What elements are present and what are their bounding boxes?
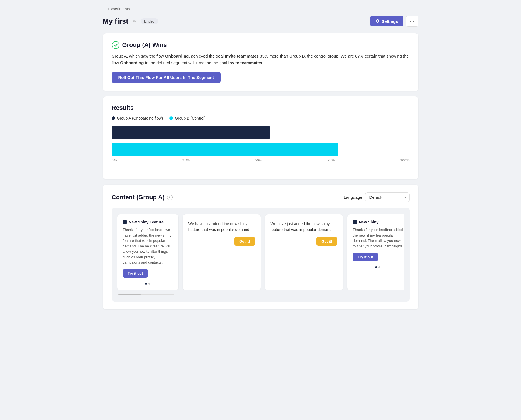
slides-scrollbar[interactable] bbox=[117, 294, 404, 295]
winner-header: Group (A) Wins bbox=[112, 41, 410, 49]
scrollbar-thumb bbox=[118, 294, 141, 295]
slide-4-try-button[interactable]: Try it out bbox=[353, 253, 378, 261]
edit-title-button[interactable]: ✏ bbox=[132, 18, 138, 25]
slide-1-dots bbox=[123, 283, 173, 285]
winner-title: Group (A) Wins bbox=[122, 41, 167, 49]
bar-group-b-row bbox=[112, 143, 410, 156]
x-label-100: 100% bbox=[400, 158, 409, 162]
slide-2-text: We have just added the new shiny feature… bbox=[188, 221, 255, 233]
content-title-label: Content (Group A) bbox=[112, 194, 165, 201]
slides-row: New Shiny Feature Thanks for your feedba… bbox=[117, 214, 404, 290]
x-label-25: 25% bbox=[182, 158, 190, 162]
legend-dot-group-b bbox=[169, 116, 173, 120]
slide-4-dot-1 bbox=[375, 266, 377, 268]
slide-4-body: Thanks for your feedbac added the new sh… bbox=[353, 227, 403, 249]
page-header-right: ⚙ Settings ··· bbox=[370, 16, 418, 27]
more-options-button[interactable]: ··· bbox=[406, 16, 418, 27]
language-select[interactable]: Default English French Spanish bbox=[365, 192, 410, 202]
back-arrow-icon: ← bbox=[103, 7, 107, 11]
slide-4-dots bbox=[353, 266, 403, 268]
scrollbar-track bbox=[118, 294, 174, 295]
bar-group-a-row bbox=[112, 126, 410, 139]
legend-label-group-b: Group B (Control) bbox=[175, 116, 205, 120]
settings-button[interactable]: ⚙ Settings bbox=[370, 16, 403, 26]
results-title: Results bbox=[112, 104, 410, 111]
slide-3-text: We have just added the new shiny feature… bbox=[271, 221, 337, 233]
legend-item-group-b: Group B (Control) bbox=[169, 116, 205, 120]
results-card: Results Group A (Onboarding flow) Group … bbox=[103, 96, 418, 179]
x-label-0: 0% bbox=[112, 158, 117, 162]
slide-1-header: New Shiny Feature bbox=[123, 220, 173, 224]
bar-group-a bbox=[112, 126, 270, 139]
legend-dot-group-a bbox=[112, 116, 115, 120]
bar-group-b bbox=[112, 143, 338, 156]
slide-3-got-button[interactable]: Got it! bbox=[316, 237, 337, 246]
slide-2-got-button[interactable]: Got it! bbox=[234, 237, 255, 246]
slide-1-body: Thanks for your feedback, we have just a… bbox=[123, 227, 173, 265]
slide-4-dot-2 bbox=[378, 266, 380, 268]
back-label: Experiments bbox=[108, 7, 130, 11]
slide-4-header: New Shiny bbox=[353, 220, 403, 224]
legend-item-group-a: Group A (Onboarding flow) bbox=[112, 116, 163, 120]
content-header: Content (Group A) i Language Default Eng… bbox=[112, 192, 410, 202]
page-header: My first ✏ Ended ⚙ Settings ··· bbox=[103, 16, 418, 27]
winner-description: Group A, which saw the flow Onboarding, … bbox=[112, 53, 410, 66]
info-icon[interactable]: i bbox=[167, 195, 173, 200]
slides-area: New Shiny Feature Thanks for your feedba… bbox=[112, 208, 410, 302]
back-link[interactable]: ← Experiments bbox=[103, 7, 418, 11]
chart-legend: Group A (Onboarding flow) Group B (Contr… bbox=[112, 116, 410, 120]
slide-1: New Shiny Feature Thanks for your feedba… bbox=[117, 214, 178, 290]
rollout-button[interactable]: Roll Out This Flow For All Users In The … bbox=[112, 72, 221, 83]
slide-3: We have just added the new shiny feature… bbox=[265, 214, 343, 290]
settings-label: Settings bbox=[382, 19, 398, 24]
status-badge: Ended bbox=[141, 18, 158, 24]
slide-1-icon bbox=[123, 220, 127, 224]
slide-1-title: New Shiny Feature bbox=[129, 220, 164, 224]
gear-icon: ⚙ bbox=[376, 19, 379, 24]
language-selector: Language Default English French Spanish … bbox=[344, 192, 410, 202]
content-title: Content (Group A) i bbox=[112, 194, 173, 201]
winner-card: Group (A) Wins Group A, which saw the fl… bbox=[103, 33, 418, 91]
x-label-75: 75% bbox=[328, 158, 335, 162]
winner-check-icon bbox=[112, 41, 119, 49]
x-label-50: 50% bbox=[255, 158, 262, 162]
page-title: My first bbox=[103, 17, 128, 26]
slide-dot-1 bbox=[145, 283, 147, 285]
page-header-left: My first ✏ Ended bbox=[103, 17, 158, 26]
chart-area: 0% 25% 50% 75% 100% bbox=[112, 126, 410, 171]
slide-4: New Shiny Thanks for your feedbac added … bbox=[347, 214, 404, 290]
chart-bars bbox=[112, 126, 410, 156]
slide-dot-2 bbox=[148, 283, 150, 285]
legend-label-group-a: Group A (Onboarding flow) bbox=[117, 116, 163, 120]
language-label: Language bbox=[344, 195, 362, 200]
language-select-wrapper: Default English French Spanish ▾ bbox=[365, 192, 410, 202]
slide-4-icon bbox=[353, 220, 357, 224]
svg-point-0 bbox=[112, 41, 119, 49]
slide-2: We have just added the new shiny feature… bbox=[183, 214, 261, 290]
slide-1-try-button[interactable]: Try it out bbox=[123, 269, 148, 278]
slide-4-title: New Shiny bbox=[359, 220, 379, 224]
content-card: Content (Group A) i Language Default Eng… bbox=[103, 185, 418, 309]
chart-x-axis: 0% 25% 50% 75% 100% bbox=[112, 158, 410, 162]
